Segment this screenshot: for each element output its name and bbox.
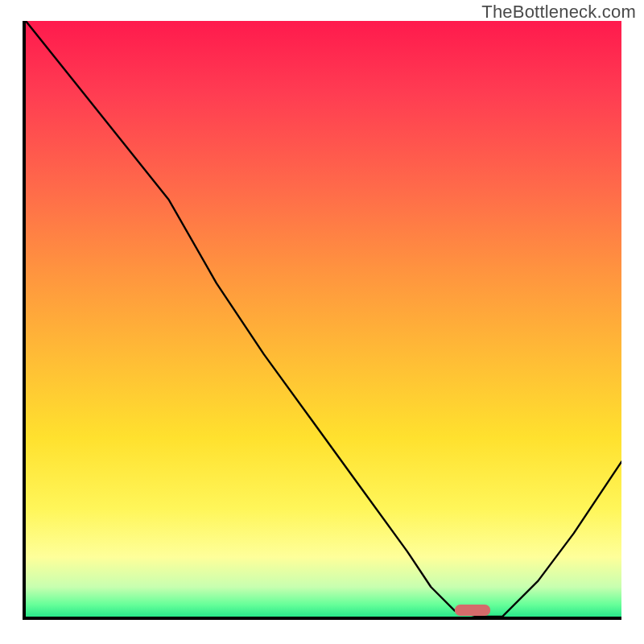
chart-container: TheBottleneck.com [0, 0, 644, 644]
watermark-text: TheBottleneck.com [481, 2, 636, 23]
plot-frame [23, 21, 621, 620]
plot-svg [26, 21, 621, 617]
target-marker [455, 605, 490, 616]
bottleneck-curve [26, 21, 621, 617]
